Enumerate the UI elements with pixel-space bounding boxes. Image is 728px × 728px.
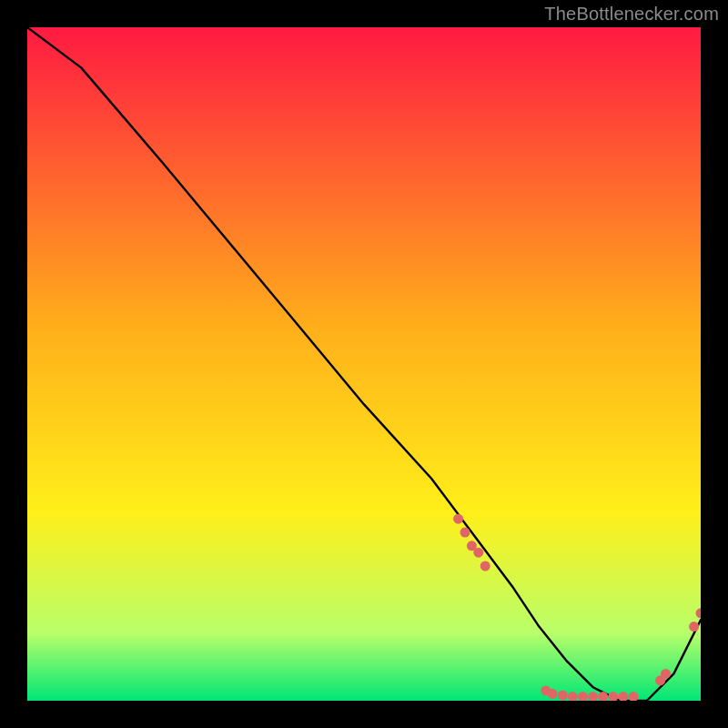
data-dot [460,528,470,538]
data-dot [473,548,483,558]
data-dot [453,514,463,524]
attribution-text: TheBottlenecker.com [544,4,719,25]
data-dot [689,622,699,632]
bottleneck-chart [27,27,701,701]
chart-frame: TheBottlenecker.com [0,0,728,728]
gradient-bg [27,27,701,701]
plot-area [27,27,701,701]
data-dot [480,561,490,571]
data-dot [548,689,558,699]
data-dot [558,691,568,701]
data-dot [661,669,671,679]
